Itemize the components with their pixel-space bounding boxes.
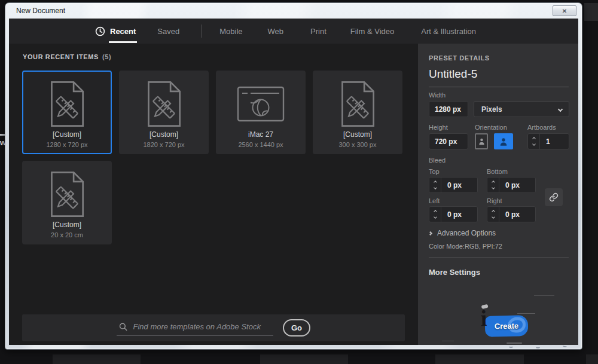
tab-film-video[interactable]: Film & Video — [350, 27, 394, 36]
template-card-custom-300[interactable]: [Custom] 300 x 300 px — [313, 71, 402, 154]
stepper-down-icon[interactable] — [492, 186, 495, 189]
stepper-arrows[interactable] — [429, 207, 441, 222]
new-document-dialog: New Document ✕ Recent Saved Mobile Web P… — [5, 2, 582, 350]
advanced-options-label: Advanced Options — [437, 229, 496, 237]
card-title: [Custom] — [23, 221, 111, 229]
stepper-up-icon[interactable] — [492, 210, 495, 213]
recent-items-area: YOUR RECENT ITEMS(5) — [9, 44, 418, 345]
tab-label: Print — [310, 27, 327, 36]
go-button[interactable]: Go — [283, 319, 310, 337]
tab-web[interactable]: Web — [268, 27, 284, 36]
height-input[interactable] — [429, 133, 468, 149]
card-title: [Custom] — [314, 130, 401, 139]
background-panel — [53, 354, 141, 364]
recent-items-heading-text: YOUR RECENT ITEMS — [23, 53, 99, 60]
stepper-down-icon[interactable] — [434, 215, 437, 219]
stepper-up-icon[interactable] — [434, 181, 437, 184]
artboards-label: Artboards — [527, 124, 556, 131]
link-icon — [549, 192, 559, 202]
tab-art-illustration[interactable]: Art & Illustration — [421, 27, 476, 36]
glitch-artifact — [536, 345, 540, 348]
tab-label: Art & Illustration — [421, 27, 476, 36]
template-card-custom-20cm[interactable]: [Custom] 20 x 20 cm — [22, 161, 112, 244]
tab-mobile[interactable]: Mobile — [219, 27, 242, 36]
orientation-portrait-button[interactable] — [475, 133, 488, 149]
height-label: Height — [429, 124, 448, 131]
tab-label: Mobile — [219, 27, 242, 36]
artboards-stepper[interactable]: 1 — [527, 133, 569, 149]
document-template-icon — [23, 162, 111, 219]
tab-saved[interactable]: Saved — [157, 27, 179, 36]
stepper-arrows[interactable] — [487, 178, 499, 192]
close-button[interactable]: ✕ — [553, 5, 576, 16]
background-panel — [586, 354, 598, 364]
stepper-down-icon[interactable] — [492, 215, 495, 219]
panel-divider — [429, 257, 569, 258]
stepper-arrows[interactable] — [429, 178, 441, 192]
stepper-up-icon[interactable] — [492, 181, 495, 184]
card-dimensions: 1280 x 720 px — [23, 141, 111, 148]
create-button[interactable]: i Create — [485, 315, 529, 337]
clock-icon — [95, 26, 105, 36]
dialog-title: New Document — [16, 7, 65, 15]
glitch-artifact — [509, 345, 513, 348]
document-template-icon — [314, 72, 401, 129]
bleed-bottom-stepper[interactable]: 0 px — [487, 177, 536, 193]
stepper-down-icon[interactable] — [434, 186, 437, 189]
bleed-top-stepper[interactable]: 0 px — [429, 177, 478, 193]
stepper-up-icon[interactable] — [532, 137, 536, 140]
bleed-left-stepper[interactable]: 0 px — [429, 206, 478, 222]
background-text-fragment: w — [0, 138, 5, 147]
recent-items-heading: YOUR RECENT ITEMS(5) — [23, 53, 111, 60]
bleed-right-stepper[interactable]: 0 px — [487, 206, 536, 222]
units-dropdown[interactable]: Pixels — [474, 101, 569, 117]
tab-divider — [201, 25, 202, 38]
glitch-artifact — [563, 344, 568, 348]
template-card-imac27[interactable]: iMac 27 2560 x 1440 px — [216, 71, 306, 154]
document-name-field[interactable]: Untitled-5 — [429, 68, 569, 87]
card-dimensions: 1820 x 720 px — [120, 141, 208, 148]
template-card-custom-1820[interactable]: [Custom] 1820 x 720 px — [119, 71, 209, 154]
stepper-arrows[interactable] — [528, 134, 540, 149]
background-panel — [435, 354, 524, 364]
preset-details-heading: PRESET DETAILS — [429, 54, 490, 62]
more-settings-button[interactable]: More Settings — [429, 268, 480, 277]
card-dimensions: 300 x 300 px — [314, 141, 401, 148]
bleed-left-label: Left — [429, 197, 440, 204]
stepper-arrows[interactable] — [487, 207, 499, 222]
card-title: [Custom] — [120, 130, 208, 139]
background-panel — [260, 354, 348, 364]
advanced-options-toggle[interactable]: Advanced Options — [429, 229, 496, 237]
recent-items-count: (5) — [102, 53, 111, 60]
preset-details-panel: PRESET DETAILS Untitled-5 Width Pixels H… — [418, 44, 578, 345]
close-icon: ✕ — [562, 8, 567, 14]
tab-recent[interactable]: Recent — [95, 26, 136, 36]
bleed-label: Bleed — [429, 157, 446, 164]
bleed-left-value: 0 px — [441, 207, 477, 222]
portrait-person-icon — [478, 136, 486, 146]
glitch-artifact: i — [480, 307, 487, 329]
stock-search-input[interactable] — [133, 322, 271, 331]
bleed-bottom-value: 0 px — [499, 178, 535, 192]
template-card-grid: [Custom] 1280 x 720 px — [22, 71, 418, 244]
glitch-artifact — [442, 341, 454, 341]
tab-label: Saved — [157, 27, 179, 36]
orientation-label: Orientation — [475, 124, 507, 131]
stepper-down-icon[interactable] — [532, 142, 536, 146]
dialog-content: Recent Saved Mobile Web Print Film & Vid… — [9, 19, 578, 345]
tab-print[interactable]: Print — [310, 27, 327, 36]
color-mode-summary: Color Mode:RGB, PPI:72 — [429, 243, 502, 250]
bleed-link-button[interactable] — [545, 188, 563, 206]
glitch-artifact — [481, 304, 489, 309]
bleed-top-label: Top — [429, 168, 440, 175]
create-button-label: Create — [495, 321, 519, 331]
landscape-person-icon — [499, 136, 508, 147]
stepper-up-icon[interactable] — [434, 210, 437, 213]
stock-search-field[interactable] — [117, 320, 273, 336]
bleed-right-label: Right — [487, 197, 502, 204]
dialog-titlebar[interactable]: New Document ✕ — [5, 3, 582, 19]
orientation-landscape-button[interactable] — [494, 133, 513, 149]
width-input[interactable] — [429, 101, 468, 117]
background-panel — [584, 3, 598, 21]
template-card-custom-1280[interactable]: [Custom] 1280 x 720 px — [22, 71, 112, 154]
